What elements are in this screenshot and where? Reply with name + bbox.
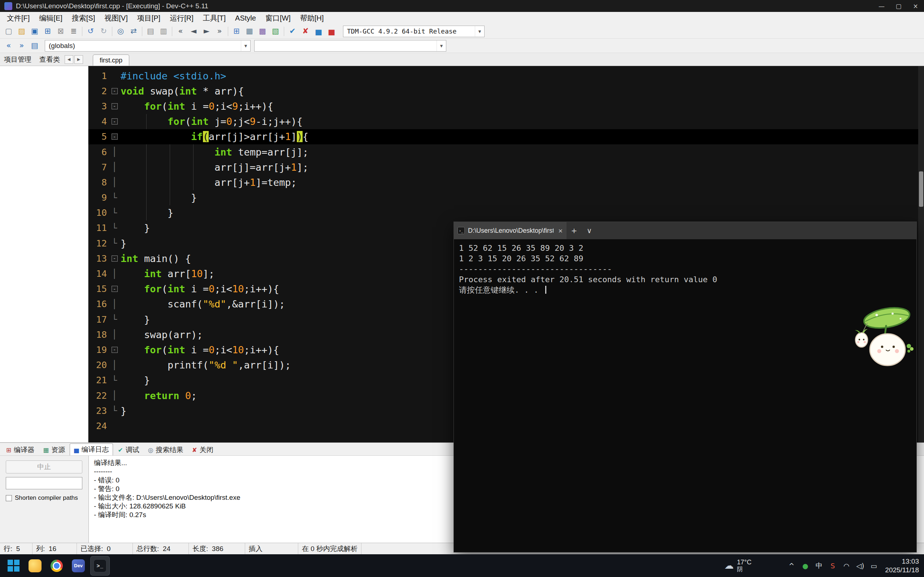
bottom-tab-compile-log[interactable]: ▅编译日志 xyxy=(70,443,113,455)
bookmark-button[interactable]: ▥ xyxy=(157,25,170,37)
profile-analysis-button[interactable]: ▅ xyxy=(312,25,325,37)
save-button[interactable]: ▣ xyxy=(28,25,41,37)
syntax-check-button[interactable]: ✔ xyxy=(286,25,299,37)
console-tab-menu-button[interactable]: ∨ xyxy=(582,222,597,239)
volume-icon[interactable]: ◁) xyxy=(856,562,864,570)
bottom-tab-debug[interactable]: ✔调试 xyxy=(114,445,143,455)
console-line: Process exited after 20.51 seconds with … xyxy=(459,274,911,285)
code-line[interactable]: 6│ int temp=arr[j]; xyxy=(89,144,918,160)
console-tab-close-icon[interactable]: × xyxy=(557,227,563,234)
members-select[interactable]: ▾ xyxy=(254,40,446,52)
redo-button[interactable]: ↻ xyxy=(97,25,110,37)
new-file-button[interactable]: ▢ xyxy=(2,25,15,37)
code-line[interactable]: 1#include <stdio.h> xyxy=(89,68,918,83)
replace-button[interactable]: ⇄ xyxy=(127,25,140,37)
goto-definition-button[interactable]: » xyxy=(15,40,28,52)
nav-forward-button[interactable]: » xyxy=(213,25,226,37)
code-line[interactable]: 9└ } xyxy=(89,190,918,205)
bottom-tab-compiler[interactable]: ⊞编译器 xyxy=(2,445,38,455)
fold-toggle-icon[interactable]: - xyxy=(111,134,118,140)
compiler-select[interactable]: TDM-GCC 4.9.2 64-bit Release ▾ xyxy=(343,26,485,37)
taskbar-clock[interactable]: 13:03 2025/11/18 xyxy=(885,557,919,574)
find-button[interactable]: ◎ xyxy=(114,25,127,37)
rebuild-all-button[interactable]: ▧ xyxy=(269,25,282,37)
fold-toggle-icon[interactable]: - xyxy=(111,118,118,124)
taskbar-app-yellow[interactable] xyxy=(25,556,45,575)
code-line[interactable]: 7│ arr[j]=arr[j+1]; xyxy=(89,160,918,175)
code-line[interactable]: 4- for(int j=0;j<9-i;j++){ xyxy=(89,114,918,129)
print-button[interactable]: ≣ xyxy=(67,25,80,37)
fold-toggle-icon[interactable]: - xyxy=(111,255,118,262)
shorten-paths-option[interactable]: Shorten compiler paths xyxy=(6,494,83,501)
clock-time: 13:03 xyxy=(885,557,919,566)
stop-execution-button[interactable]: ✘ xyxy=(299,25,312,37)
tray-app-green-icon[interactable]: ● xyxy=(801,562,809,570)
fold-toggle-icon[interactable]: - xyxy=(111,88,118,94)
minimize-button[interactable]: — xyxy=(873,0,890,12)
nav-next-button[interactable]: ► xyxy=(200,25,213,37)
code-line[interactable]: 10└ } xyxy=(89,205,918,221)
close-button[interactable]: × xyxy=(907,0,924,12)
menu-item-8[interactable]: AStyle xyxy=(230,12,261,24)
class-browser-button[interactable]: ▤ xyxy=(28,40,41,52)
panel-tab-nav: ◀▶ xyxy=(65,55,83,64)
taskbar-terminal-button[interactable]: >_ xyxy=(90,556,110,575)
shorten-paths-checkbox[interactable] xyxy=(6,495,12,501)
goto-declaration-button[interactable]: « xyxy=(2,40,15,52)
fold-toggle-icon[interactable]: - xyxy=(111,103,118,110)
bottom-tab-search-results[interactable]: ◎搜索结果 xyxy=(144,445,187,455)
menu-item-2[interactable]: 编辑[E] xyxy=(34,12,67,24)
compile-progress-field[interactable] xyxy=(6,477,82,489)
input-method-icon[interactable]: 中 xyxy=(815,561,823,571)
tray-app-red-icon[interactable]: S xyxy=(829,562,837,570)
nav-back-button[interactable]: « xyxy=(174,25,187,37)
console-tab[interactable]: ›_ D:\Users\Lenovo\Desktop\first × xyxy=(454,222,567,239)
battery-icon[interactable]: ▭ xyxy=(870,562,878,570)
fold-toggle-icon[interactable]: - xyxy=(111,347,118,353)
delete-profiling-button[interactable]: ▅ xyxy=(325,25,338,37)
undo-button[interactable]: ↺ xyxy=(84,25,97,37)
menu-item-3[interactable]: 搜索[S] xyxy=(67,12,100,24)
file-tab-first-cpp[interactable]: first.cpp xyxy=(93,55,129,66)
menu-item-4[interactable]: 视图[V] xyxy=(100,12,132,24)
code-line[interactable]: 3- for(int i =0;i<9;i++){ xyxy=(89,98,918,114)
code-line[interactable]: 8│ arr[j+1]=temp; xyxy=(89,175,918,190)
menu-item-7[interactable]: 工具[T] xyxy=(198,12,230,24)
menu-item-6[interactable]: 运行[R] xyxy=(165,12,198,24)
project-panel[interactable] xyxy=(0,66,89,442)
fold-toggle-icon[interactable]: - xyxy=(111,286,118,292)
editor-scrollbar[interactable] xyxy=(918,66,924,442)
tray-expand-icon[interactable]: ^ xyxy=(788,562,795,570)
weather-widget[interactable]: ☁ 17°C 阴 xyxy=(724,559,751,573)
scrollbar-thumb[interactable] xyxy=(919,171,923,207)
nav-prev-button[interactable]: ◄ xyxy=(187,25,200,37)
menu-item-9[interactable]: 窗口[W] xyxy=(261,12,296,24)
menu-item-10[interactable]: 帮助[H] xyxy=(296,12,329,24)
code-line[interactable]: 5- if(arr[j]>arr[j+1]){ xyxy=(89,129,918,144)
close-file-button[interactable]: ⊠ xyxy=(54,25,67,37)
console-window[interactable]: ›_ D:\Users\Lenovo\Desktop\first × + ∨ 1… xyxy=(454,222,917,553)
taskbar-devcpp-button[interactable]: Dev xyxy=(69,556,88,575)
taskbar-chrome-button[interactable] xyxy=(47,556,66,575)
start-button[interactable] xyxy=(3,556,23,575)
save-all-button[interactable]: ⊞ xyxy=(41,25,54,37)
run-button[interactable]: ▦ xyxy=(243,25,256,37)
open-file-button[interactable]: ▨ xyxy=(15,25,28,37)
bottom-tab-close[interactable]: ✘关闭 xyxy=(188,445,217,455)
panel-nav-next-button[interactable]: ▶ xyxy=(74,55,83,64)
globals-select[interactable]: (globals) ▾ xyxy=(45,40,250,52)
menu-item-1[interactable]: 文件[F] xyxy=(2,12,34,24)
goto-function-button[interactable]: ▤ xyxy=(144,25,157,37)
compile-run-button[interactable]: ▩ xyxy=(256,25,269,37)
panel-tab-project-manager[interactable]: 项目管理 xyxy=(0,53,36,66)
code-line[interactable]: 2-void swap(int * arr){ xyxy=(89,83,918,98)
compile-button[interactable]: ⊞ xyxy=(230,25,243,37)
abort-button[interactable]: 中止 xyxy=(6,461,82,474)
console-new-tab-button[interactable]: + xyxy=(567,222,582,239)
bottom-tab-resources[interactable]: ▦资源 xyxy=(39,445,69,455)
panel-nav-prev-button[interactable]: ◀ xyxy=(65,55,73,64)
maximize-button[interactable]: ▢ xyxy=(890,0,907,12)
menu-item-5[interactable]: 项目[P] xyxy=(132,12,165,24)
panel-tab-class-view[interactable]: 查看类 xyxy=(36,53,64,66)
wifi-icon[interactable]: ◠ xyxy=(842,562,850,570)
